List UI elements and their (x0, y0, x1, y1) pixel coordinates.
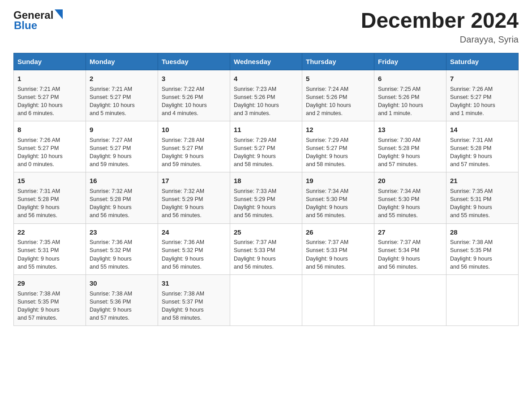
week-row-2: 8Sunrise: 7:26 AMSunset: 5:27 PMDaylight… (14, 121, 519, 172)
day-number: 10 (162, 125, 226, 135)
day-info: Sunrise: 7:31 AMSunset: 5:28 PMDaylight:… (450, 136, 515, 169)
day-info: Sunrise: 7:33 AMSunset: 5:29 PMDaylight:… (234, 187, 298, 220)
weekday-header-friday: Friday (374, 53, 446, 70)
day-number: 15 (17, 176, 82, 186)
day-info: Sunrise: 7:38 AMSunset: 5:35 PMDaylight:… (450, 238, 515, 271)
calendar-cell: 29Sunrise: 7:38 AMSunset: 5:35 PMDayligh… (14, 274, 86, 325)
calendar-cell: 21Sunrise: 7:35 AMSunset: 5:31 PMDayligh… (446, 172, 519, 223)
week-row-4: 22Sunrise: 7:35 AMSunset: 5:31 PMDayligh… (14, 223, 519, 274)
calendar-table: SundayMondayTuesdayWednesdayThursdayFrid… (13, 53, 519, 326)
day-info: Sunrise: 7:31 AMSunset: 5:28 PMDaylight:… (17, 187, 82, 220)
calendar-cell: 15Sunrise: 7:31 AMSunset: 5:28 PMDayligh… (14, 172, 86, 223)
day-number: 6 (378, 74, 442, 84)
weekday-header-monday: Monday (86, 53, 158, 70)
day-number: 20 (378, 176, 442, 186)
day-info: Sunrise: 7:32 AMSunset: 5:28 PMDaylight:… (90, 187, 154, 220)
calendar-cell: 17Sunrise: 7:32 AMSunset: 5:29 PMDayligh… (158, 172, 230, 223)
day-info: Sunrise: 7:34 AMSunset: 5:30 PMDaylight:… (306, 187, 370, 220)
day-number: 8 (17, 125, 82, 135)
day-number: 16 (90, 176, 154, 186)
calendar-cell: 14Sunrise: 7:31 AMSunset: 5:28 PMDayligh… (446, 121, 519, 172)
calendar-cell: 25Sunrise: 7:37 AMSunset: 5:33 PMDayligh… (230, 223, 302, 274)
day-info: Sunrise: 7:32 AMSunset: 5:29 PMDaylight:… (162, 187, 226, 220)
calendar-cell: 7Sunrise: 7:26 AMSunset: 5:27 PMDaylight… (446, 70, 519, 121)
day-info: Sunrise: 7:38 AMSunset: 5:36 PMDaylight:… (90, 290, 154, 322)
day-info: Sunrise: 7:21 AMSunset: 5:27 PMDaylight:… (17, 85, 82, 118)
calendar-cell: 23Sunrise: 7:36 AMSunset: 5:32 PMDayligh… (86, 223, 158, 274)
logo: General Blue (13, 9, 63, 32)
weekday-header-saturday: Saturday (446, 53, 519, 70)
page-header: General Blue December 2024 Darayya, Syri… (13, 9, 519, 45)
day-number: 25 (234, 227, 298, 237)
svg-marker-0 (55, 9, 63, 19)
day-number: 31 (162, 278, 226, 288)
day-number: 7 (450, 74, 515, 84)
day-info: Sunrise: 7:35 AMSunset: 5:31 PMDaylight:… (17, 238, 82, 271)
day-number: 4 (234, 74, 298, 84)
day-number: 28 (450, 227, 515, 237)
calendar-cell: 31Sunrise: 7:38 AMSunset: 5:37 PMDayligh… (158, 274, 230, 325)
calendar-cell: 13Sunrise: 7:30 AMSunset: 5:28 PMDayligh… (374, 121, 446, 172)
day-number: 29 (17, 278, 82, 288)
location-title: Darayya, Syria (361, 34, 519, 45)
day-info: Sunrise: 7:24 AMSunset: 5:26 PMDaylight:… (306, 85, 370, 118)
calendar-cell: 26Sunrise: 7:37 AMSunset: 5:33 PMDayligh… (302, 223, 374, 274)
calendar-cell (230, 274, 302, 325)
header-row: SundayMondayTuesdayWednesdayThursdayFrid… (14, 53, 519, 70)
day-number: 12 (306, 125, 370, 135)
day-number: 14 (450, 125, 515, 135)
week-row-3: 15Sunrise: 7:31 AMSunset: 5:28 PMDayligh… (14, 172, 519, 223)
week-row-5: 29Sunrise: 7:38 AMSunset: 5:35 PMDayligh… (14, 274, 519, 325)
day-number: 19 (306, 176, 370, 186)
calendar-cell: 11Sunrise: 7:29 AMSunset: 5:27 PMDayligh… (230, 121, 302, 172)
calendar-cell: 9Sunrise: 7:27 AMSunset: 5:27 PMDaylight… (86, 121, 158, 172)
day-number: 3 (162, 74, 226, 84)
calendar-cell: 4Sunrise: 7:23 AMSunset: 5:26 PMDaylight… (230, 70, 302, 121)
calendar-cell: 18Sunrise: 7:33 AMSunset: 5:29 PMDayligh… (230, 172, 302, 223)
day-info: Sunrise: 7:21 AMSunset: 5:27 PMDaylight:… (90, 85, 154, 118)
day-number: 17 (162, 176, 226, 186)
title-area: December 2024 Darayya, Syria (361, 9, 519, 45)
weekday-header-sunday: Sunday (14, 53, 86, 70)
day-number: 1 (17, 74, 82, 84)
day-number: 30 (90, 278, 154, 288)
day-number: 21 (450, 176, 515, 186)
day-info: Sunrise: 7:29 AMSunset: 5:27 PMDaylight:… (306, 136, 370, 169)
weekday-header-tuesday: Tuesday (158, 53, 230, 70)
calendar-cell: 3Sunrise: 7:22 AMSunset: 5:26 PMDaylight… (158, 70, 230, 121)
calendar-cell: 22Sunrise: 7:35 AMSunset: 5:31 PMDayligh… (14, 223, 86, 274)
day-info: Sunrise: 7:26 AMSunset: 5:27 PMDaylight:… (450, 85, 515, 118)
day-number: 18 (234, 176, 298, 186)
day-info: Sunrise: 7:36 AMSunset: 5:32 PMDaylight:… (162, 238, 226, 271)
calendar-cell (302, 274, 374, 325)
day-info: Sunrise: 7:38 AMSunset: 5:35 PMDaylight:… (17, 290, 82, 322)
day-info: Sunrise: 7:28 AMSunset: 5:27 PMDaylight:… (162, 136, 226, 169)
day-number: 27 (378, 227, 442, 237)
day-info: Sunrise: 7:34 AMSunset: 5:30 PMDaylight:… (378, 187, 442, 220)
day-info: Sunrise: 7:37 AMSunset: 5:33 PMDaylight:… (306, 238, 370, 271)
day-number: 5 (306, 74, 370, 84)
day-info: Sunrise: 7:22 AMSunset: 5:26 PMDaylight:… (162, 85, 226, 118)
calendar-cell: 1Sunrise: 7:21 AMSunset: 5:27 PMDaylight… (14, 70, 86, 121)
day-number: 11 (234, 125, 298, 135)
calendar-cell: 8Sunrise: 7:26 AMSunset: 5:27 PMDaylight… (14, 121, 86, 172)
calendar-cell: 12Sunrise: 7:29 AMSunset: 5:27 PMDayligh… (302, 121, 374, 172)
day-info: Sunrise: 7:35 AMSunset: 5:31 PMDaylight:… (450, 187, 515, 220)
calendar-cell (446, 274, 519, 325)
calendar-cell: 2Sunrise: 7:21 AMSunset: 5:27 PMDaylight… (86, 70, 158, 121)
day-number: 24 (162, 227, 226, 237)
day-info: Sunrise: 7:37 AMSunset: 5:34 PMDaylight:… (378, 238, 442, 271)
weekday-header-wednesday: Wednesday (230, 53, 302, 70)
logo-blue-text: Blue (14, 19, 37, 32)
day-info: Sunrise: 7:27 AMSunset: 5:27 PMDaylight:… (90, 136, 154, 169)
day-info: Sunrise: 7:29 AMSunset: 5:27 PMDaylight:… (234, 136, 298, 169)
calendar-cell: 28Sunrise: 7:38 AMSunset: 5:35 PMDayligh… (446, 223, 519, 274)
calendar-cell: 30Sunrise: 7:38 AMSunset: 5:36 PMDayligh… (86, 274, 158, 325)
week-row-1: 1Sunrise: 7:21 AMSunset: 5:27 PMDaylight… (14, 70, 519, 121)
month-title: December 2024 (361, 9, 519, 33)
calendar-cell: 19Sunrise: 7:34 AMSunset: 5:30 PMDayligh… (302, 172, 374, 223)
day-number: 23 (90, 227, 154, 237)
calendar-cell: 20Sunrise: 7:34 AMSunset: 5:30 PMDayligh… (374, 172, 446, 223)
weekday-header-thursday: Thursday (302, 53, 374, 70)
calendar-cell: 24Sunrise: 7:36 AMSunset: 5:32 PMDayligh… (158, 223, 230, 274)
